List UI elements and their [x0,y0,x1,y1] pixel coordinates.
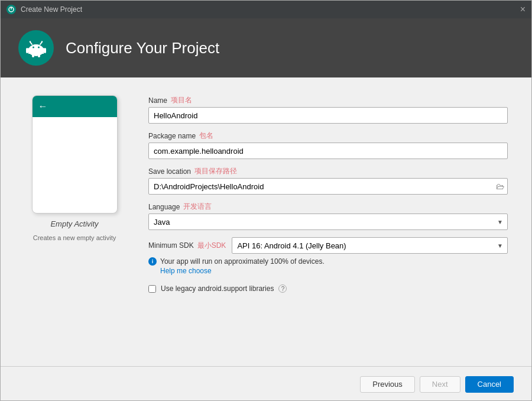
package-input[interactable] [148,143,508,159]
package-group: Package name 包名 [148,131,508,159]
svg-point-10 [38,47,40,48]
title-bar: Create New Project × [1,1,531,18]
svg-rect-14 [38,54,40,57]
help-circle-icon[interactable]: ? [278,284,287,293]
save-location-label: Save location 项目保存路径 [148,166,508,176]
svg-rect-12 [44,48,46,53]
sdk-select[interactable]: API 16: Android 4.1 (Jelly Bean) API 21:… [232,237,508,254]
sdk-group: Minimum SDK 最小SDK API 16: Android 4.1 (J… [148,237,508,275]
svg-point-7 [41,41,43,42]
name-input[interactable] [148,107,508,124]
language-group: Language 开发语言 Java Kotlin ▼ [148,202,508,230]
save-location-wrapper: 🗁 [148,178,508,195]
phone-top-bar: ← [33,96,117,117]
language-label: Language 开发语言 [148,202,508,212]
sdk-info-suffix: of devices. [288,257,325,266]
language-select-wrapper: Java Kotlin ▼ [148,214,508,230]
window-title: Create New Project [21,5,82,14]
info-icon: i [148,257,157,266]
next-button[interactable]: Next [420,376,460,393]
svg-point-9 [33,47,34,48]
android-logo [18,30,54,66]
sdk-info-percent: 100% [270,257,288,266]
legacy-libraries-checkbox[interactable] [148,285,156,293]
sdk-info-row: i Your app will run on approximately 100… [148,257,508,275]
help-link[interactable]: Help me choose [160,267,325,275]
phone-preview: ← [32,95,118,214]
sdk-label: Minimum SDK 最小SDK [148,241,226,251]
footer: Previous Next Cancel [1,366,531,401]
svg-rect-8 [30,44,42,53]
save-location-input[interactable] [148,178,508,195]
sdk-info-text: Your app will run on approximately 100% … [160,257,325,275]
sdk-select-wrapper: API 16: Android 4.1 (Jelly Bean) API 21:… [232,237,508,254]
cancel-button[interactable]: Cancel [465,376,514,393]
header: Configure Your Project [1,18,531,77]
folder-icon[interactable]: 🗁 [496,182,504,191]
sdk-info-prefix: Your app will run on approximately [160,257,270,266]
title-bar-left: Create New Project [7,5,82,14]
save-location-group: Save location 项目保存路径 🗁 [148,166,508,195]
activity-description: Creates a new empty activity [33,234,116,241]
activity-label: Empty Activity [50,219,98,228]
svg-rect-11 [26,48,28,53]
right-panel: Name 项目名 Package name 包名 Save location 项… [148,95,508,348]
package-label: Package name 包名 [148,131,508,141]
back-arrow-icon: ← [38,101,48,112]
close-button[interactable]: × [520,5,525,14]
language-select[interactable]: Java Kotlin [148,214,508,230]
svg-rect-13 [32,54,34,57]
name-label: Name 项目名 [148,95,508,105]
checkbox-label: Use legacy android.support libraries [161,284,274,293]
name-group: Name 项目名 [148,95,508,124]
main-content: ← Empty Activity Creates a new empty act… [1,77,531,366]
sdk-row: Minimum SDK 最小SDK API 16: Android 4.1 (J… [148,237,508,254]
svg-point-5 [30,41,31,42]
previous-button[interactable]: Previous [360,376,415,393]
page-title: Configure Your Project [66,39,219,57]
checkbox-row: Use legacy android.support libraries ? [148,284,508,293]
left-panel: ← Empty Activity Creates a new empty act… [24,95,125,348]
app-icon [7,5,16,14]
